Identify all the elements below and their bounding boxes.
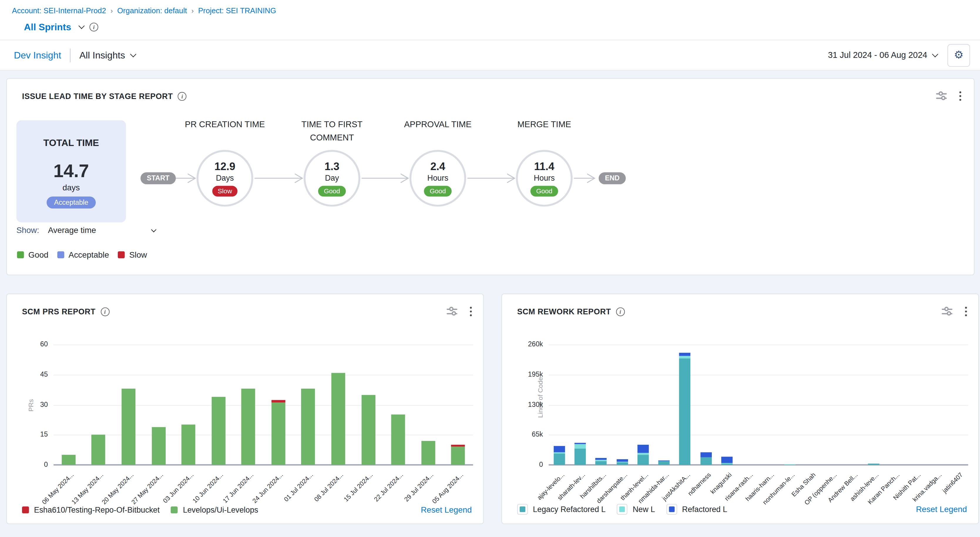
kebab-menu-icon[interactable] bbox=[470, 307, 472, 316]
filter-sliders-icon[interactable] bbox=[942, 307, 952, 316]
panel-title: SCM REWORK REPORT i bbox=[517, 307, 625, 316]
breadcrumb-separator: › bbox=[110, 7, 113, 15]
legend-label: Slow bbox=[129, 250, 147, 259]
x-axis-label: 06 May 2024... bbox=[40, 471, 75, 505]
bar-segment bbox=[554, 453, 565, 454]
filter-sliders-icon[interactable] bbox=[447, 307, 457, 316]
legend-item[interactable]: Acceptable bbox=[57, 250, 109, 259]
y-axis-label: PRs bbox=[27, 399, 35, 411]
stage-unit: Days bbox=[216, 174, 234, 183]
y-axis-tick: 260k bbox=[528, 340, 543, 348]
bar-segment bbox=[212, 397, 225, 465]
breadcrumb-separator: › bbox=[191, 7, 194, 15]
legend-swatch bbox=[22, 507, 29, 513]
chevron-down-icon[interactable] bbox=[78, 22, 84, 29]
y-axis-tick: 130k bbox=[528, 400, 543, 408]
bar-segment bbox=[679, 356, 690, 358]
stage-circle[interactable]: 1.3DayGood bbox=[304, 150, 360, 207]
reset-legend-link[interactable]: Reset Legend bbox=[421, 505, 472, 515]
y-axis-tick: 0 bbox=[539, 460, 543, 468]
gridline bbox=[549, 375, 968, 375]
show-dropdown[interactable]: Show: Average time bbox=[16, 226, 155, 235]
info-icon[interactable]: i bbox=[100, 307, 109, 316]
legend-item[interactable]: Slow bbox=[118, 250, 147, 259]
stage-unit: Day bbox=[325, 174, 339, 183]
stage-unit: Hours bbox=[428, 174, 448, 183]
chart-legend: Esha610/Testing-Repo-Of-BitbucketLevelop… bbox=[22, 505, 472, 515]
x-axis-label: jatin6407 bbox=[941, 471, 964, 494]
x-axis-label: 03 Jun 2024... bbox=[161, 471, 194, 504]
date-range-selector[interactable]: 31 Jul 2024 - 06 Aug 2024 bbox=[828, 51, 937, 60]
bar-segment bbox=[784, 464, 795, 465]
stage-circle[interactable]: 2.4HoursGood bbox=[409, 150, 466, 207]
stage-title: TIME TO FIRST COMMENT bbox=[285, 118, 379, 144]
legend-swatch bbox=[17, 251, 24, 259]
stage-circle[interactable]: 12.9DaysSlow bbox=[197, 150, 253, 207]
stage-circle[interactable]: 11.4HoursGood bbox=[516, 150, 573, 207]
y-axis-tick: 60 bbox=[40, 340, 48, 348]
legend-item[interactable]: Levelops/Ui-Levelops bbox=[171, 505, 258, 515]
x-axis-label: 20 May 2024... bbox=[100, 471, 135, 505]
scm-prs-chart: PRs 01530456006 May 2024...13 May 2024..… bbox=[54, 345, 473, 465]
legend-item[interactable]: Legacy Refactored L bbox=[517, 504, 605, 515]
bar-segment bbox=[554, 446, 565, 453]
reset-legend-link[interactable]: Reset Legend bbox=[916, 505, 967, 514]
breadcrumb: Account: SEI-Internal-Prod2 › Organizati… bbox=[12, 6, 980, 15]
sprint-selector[interactable]: All Sprints bbox=[24, 21, 71, 32]
x-axis-label: 08 Jul 2024... bbox=[313, 471, 345, 503]
x-axis-label: 10 Jun 2024... bbox=[191, 471, 225, 504]
insights-dropdown[interactable]: All Insights bbox=[79, 50, 135, 60]
gridline bbox=[549, 464, 968, 466]
bar-segment bbox=[574, 443, 586, 444]
gridline bbox=[54, 375, 473, 375]
insight-header: Dev Insight All Insights 31 Jul 2024 - 0… bbox=[0, 40, 980, 70]
breadcrumb-organization[interactable]: Organization: default bbox=[117, 6, 187, 15]
bar-segment bbox=[242, 389, 255, 465]
bar-segment bbox=[391, 415, 405, 465]
bar-segment bbox=[679, 358, 690, 465]
panel-title: SCM PRS REPORT i bbox=[22, 307, 109, 316]
stage-rating-badge: Slow bbox=[212, 185, 238, 196]
bar-segment bbox=[595, 458, 607, 460]
legend-swatch bbox=[617, 504, 627, 515]
stage-value: 1.3 bbox=[325, 160, 340, 173]
bar-segment bbox=[421, 441, 435, 465]
bar-segment bbox=[301, 389, 315, 465]
info-icon[interactable]: i bbox=[616, 307, 625, 316]
y-axis-tick: 0 bbox=[44, 460, 48, 468]
legend-label: New L bbox=[633, 505, 655, 514]
legend-item[interactable]: New L bbox=[617, 504, 655, 515]
gridline bbox=[54, 405, 473, 405]
info-icon[interactable]: i bbox=[90, 22, 99, 31]
legend-swatch-color bbox=[620, 507, 625, 512]
stage-rating-badge: Good bbox=[531, 185, 558, 196]
bar-segment bbox=[595, 461, 607, 465]
y-axis-label: Lines of Code bbox=[536, 377, 544, 418]
legend-item[interactable]: Refactored L bbox=[666, 504, 727, 515]
dev-insight-link[interactable]: Dev Insight bbox=[14, 50, 61, 60]
settings-button[interactable]: ⚙ bbox=[947, 44, 970, 67]
scm-rework-panel: SCM REWORK REPORT i Lines of Code 065k13… bbox=[501, 294, 979, 524]
legend-label: Levelops/Ui-Levelops bbox=[183, 505, 258, 515]
y-axis-tick: 65k bbox=[532, 431, 543, 438]
y-axis-tick: 30 bbox=[40, 400, 48, 408]
bar-segment bbox=[638, 445, 649, 453]
bar-segment bbox=[616, 462, 628, 462]
legend-item[interactable]: Esha610/Testing-Repo-Of-Bitbucket bbox=[22, 505, 159, 515]
lead-time-flow: STARTENDPR CREATION TIME12.9DaysSlowTIME… bbox=[7, 79, 974, 275]
breadcrumb-account[interactable]: Account: SEI-Internal-Prod2 bbox=[12, 6, 106, 15]
end-node: END bbox=[599, 172, 626, 184]
x-axis-label: 24 Jun 2024... bbox=[251, 471, 285, 504]
breadcrumb-project[interactable]: Project: SEI TRAINING bbox=[198, 6, 276, 15]
legend-label: Acceptable bbox=[68, 250, 109, 259]
kebab-menu-icon[interactable] bbox=[965, 307, 967, 316]
x-axis-label: 29 Jul 2024... bbox=[403, 471, 434, 503]
x-axis-label: 01 Jul 2024... bbox=[283, 471, 315, 503]
bar-segment bbox=[595, 460, 607, 461]
legend-item[interactable]: Good bbox=[17, 250, 48, 259]
chevron-down-icon bbox=[130, 51, 136, 57]
app-window: Account: SEI-Internal-Prod2 › Organizati… bbox=[0, 0, 980, 537]
legend-swatch-color bbox=[520, 507, 525, 512]
gridline bbox=[54, 464, 473, 466]
stage-rating-badge: Good bbox=[424, 185, 452, 196]
